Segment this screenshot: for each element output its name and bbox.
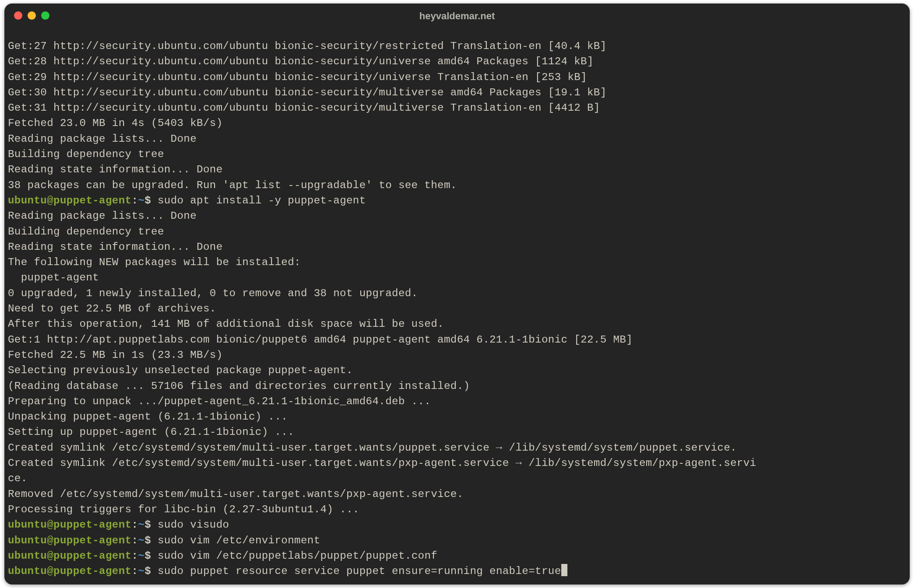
command-text: sudo apt install -y puppet-agent xyxy=(158,195,366,206)
prompt-path: ~ xyxy=(138,195,144,206)
output-line: Get:27 http://security.ubuntu.com/ubuntu… xyxy=(8,38,906,54)
titlebar: heyvaldemar.net xyxy=(4,4,910,28)
output-line: Created symlink /etc/systemd/system/mult… xyxy=(8,455,906,471)
output-line: Removed /etc/systemd/system/multi-user.t… xyxy=(8,486,906,502)
prompt-dollar: $ xyxy=(144,519,158,531)
prompt-path: ~ xyxy=(138,565,144,577)
output-line: Reading state information... Done xyxy=(8,162,906,177)
prompt-user: ubuntu@puppet-agent xyxy=(8,535,131,546)
prompt-path: ~ xyxy=(138,535,144,546)
prompt-line: ubuntu@puppet-agent:~$ sudo apt install … xyxy=(8,193,906,208)
terminal-window: heyvaldemar.net Get:27 http://security.u… xyxy=(4,4,910,584)
cursor-icon xyxy=(561,564,567,576)
output-line: Preparing to unpack .../puppet-agent_6.2… xyxy=(8,394,906,409)
prompt-user: ubuntu@puppet-agent xyxy=(8,565,131,577)
command-text: sudo vim /etc/environment xyxy=(158,535,320,546)
terminal-content[interactable]: Get:27 http://security.ubuntu.com/ubuntu… xyxy=(4,28,910,582)
output-line: Get:30 http://security.ubuntu.com/ubuntu… xyxy=(8,85,906,100)
output-line: Reading package lists... Done xyxy=(8,208,906,224)
output-line: Building dependency tree xyxy=(8,147,906,162)
output-line: Get:29 http://security.ubuntu.com/ubuntu… xyxy=(8,70,906,85)
output-line: Get:31 http://security.ubuntu.com/ubuntu… xyxy=(8,100,906,116)
output-line: Created symlink /etc/systemd/system/mult… xyxy=(8,440,906,455)
prompt-sep: : xyxy=(131,550,138,562)
prompt-line: ubuntu@puppet-agent:~$ sudo vim /etc/env… xyxy=(8,533,906,548)
prompt-dollar: $ xyxy=(144,550,158,562)
prompt-user: ubuntu@puppet-agent xyxy=(8,195,131,206)
prompt-dollar: $ xyxy=(144,565,158,577)
output-line: Selecting previously unselected package … xyxy=(8,363,906,378)
prompt-dollar: $ xyxy=(144,535,158,546)
output-line: Processing triggers for libc-bin (2.27-3… xyxy=(8,502,906,517)
prompt-path: ~ xyxy=(138,519,144,531)
prompt-line: ubuntu@puppet-agent:~$ sudo visudo xyxy=(8,517,906,532)
output-line: Reading state information... Done xyxy=(8,239,906,255)
prompt-sep: : xyxy=(131,535,138,546)
command-text: sudo vim /etc/puppetlabs/puppet/puppet.c… xyxy=(158,550,437,562)
output-line: ce. xyxy=(8,471,906,486)
window-title: heyvaldemar.net xyxy=(4,10,910,22)
prompt-sep: : xyxy=(131,565,138,577)
prompt-dollar: $ xyxy=(144,195,158,206)
output-line: Get:1 http://apt.puppetlabs.com bionic/p… xyxy=(8,332,906,347)
command-text: sudo puppet resource service puppet ensu… xyxy=(158,565,561,577)
output-line: Fetched 23.0 MB in 4s (5403 kB/s) xyxy=(8,116,906,131)
prompt-path: ~ xyxy=(138,550,144,562)
output-line: After this operation, 141 MB of addition… xyxy=(8,316,906,332)
output-line: puppet-agent xyxy=(8,270,906,285)
prompt-line: ubuntu@puppet-agent:~$ sudo puppet resou… xyxy=(8,564,906,579)
output-line: Reading package lists... Done xyxy=(8,131,906,147)
prompt-sep: : xyxy=(131,195,138,206)
prompt-sep: : xyxy=(131,519,138,531)
output-line: Setting up puppet-agent (6.21.1-1bionic)… xyxy=(8,424,906,440)
command-text: sudo visudo xyxy=(158,519,229,531)
prompt-user: ubuntu@puppet-agent xyxy=(8,550,131,562)
output-line: 38 packages can be upgraded. Run 'apt li… xyxy=(8,178,906,193)
prompt-user: ubuntu@puppet-agent xyxy=(8,519,131,531)
output-line: Get:28 http://security.ubuntu.com/ubuntu… xyxy=(8,54,906,69)
output-line: 0 upgraded, 1 newly installed, 0 to remo… xyxy=(8,286,906,301)
output-line: Need to get 22.5 MB of archives. xyxy=(8,301,906,316)
output-line: Building dependency tree xyxy=(8,224,906,239)
prompt-line: ubuntu@puppet-agent:~$ sudo vim /etc/pup… xyxy=(8,548,906,564)
output-line: (Reading database ... 57106 files and di… xyxy=(8,378,906,394)
output-line: The following NEW packages will be insta… xyxy=(8,255,906,270)
output-line: Unpacking puppet-agent (6.21.1-1bionic) … xyxy=(8,409,906,424)
output-line: Fetched 22.5 MB in 1s (23.3 MB/s) xyxy=(8,347,906,363)
